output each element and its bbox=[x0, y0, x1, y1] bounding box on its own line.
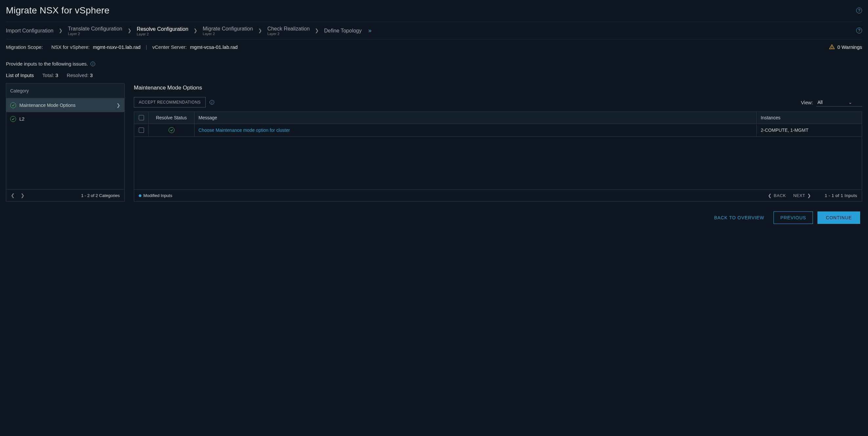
step-check[interactable]: Check Realization Layer 2 bbox=[267, 26, 310, 36]
instances-value: 2-COMPUTE, 1-MGMT bbox=[757, 124, 862, 136]
step-resolve[interactable]: Resolve Configuration Layer 2 bbox=[137, 26, 188, 36]
step-import[interactable]: Import Configuration bbox=[6, 28, 54, 34]
resolved-count: Resolved: 3 bbox=[67, 72, 93, 78]
chevron-right-icon: ❯ bbox=[126, 28, 133, 33]
grid-range: 1 - 1 of 1 Inputs bbox=[825, 193, 857, 198]
back-to-overview-button[interactable]: BACK TO OVERVIEW bbox=[710, 212, 769, 224]
help-icon[interactable]: ? bbox=[856, 7, 862, 13]
row-checkbox[interactable] bbox=[139, 128, 144, 133]
next-page-icon[interactable]: ❯ bbox=[21, 193, 25, 198]
chevron-right-icon: ❯ bbox=[313, 28, 321, 33]
scope-label: Migration Scope: bbox=[6, 44, 43, 50]
total-count: Total: 3 bbox=[42, 72, 58, 78]
table-row: Choose Maintenance mode option for clust… bbox=[134, 124, 862, 137]
warnings-text: 0 Warnings bbox=[837, 44, 862, 50]
chevron-right-icon: ❯ bbox=[117, 103, 120, 108]
steps-help-icon[interactable]: ? bbox=[856, 28, 862, 33]
chevron-down-icon: ⌄ bbox=[848, 100, 852, 105]
step-define[interactable]: Define Topology bbox=[324, 28, 362, 34]
category-panel: Category Maintenance Mode Options ❯ L2 bbox=[6, 83, 125, 202]
list-of-inputs-label: List of Inputs bbox=[6, 72, 34, 78]
more-steps-icon[interactable]: » bbox=[365, 27, 375, 34]
vc-label: vCenter Server: bbox=[152, 44, 187, 50]
svg-point-1 bbox=[832, 48, 832, 48]
info-icon[interactable]: i bbox=[91, 62, 95, 66]
detail-title: Maintenance Mode Options bbox=[134, 83, 862, 97]
continue-button[interactable]: CONTINUE bbox=[817, 211, 860, 224]
category-pager: ❮ ❯ bbox=[11, 193, 25, 198]
wizard-steps: Import Configuration ❯ Translate Configu… bbox=[6, 22, 862, 39]
check-circle-icon bbox=[10, 116, 16, 122]
chevron-right-icon: ❯ bbox=[192, 28, 199, 33]
select-all-checkbox[interactable] bbox=[139, 115, 144, 120]
chevron-right-icon: ❯ bbox=[57, 28, 65, 33]
view-select[interactable]: All ⌄ bbox=[816, 98, 862, 106]
category-label: Maintenance Mode Options bbox=[19, 103, 75, 108]
migration-scope: Migration Scope: NSX for vSphere: mgmt-n… bbox=[6, 39, 862, 55]
check-circle-icon bbox=[10, 102, 16, 108]
category-label: L2 bbox=[19, 116, 25, 122]
message-link[interactable]: Choose Maintenance mode option for clust… bbox=[198, 128, 290, 133]
category-item-l2[interactable]: L2 bbox=[6, 112, 124, 126]
page-title: Migrate NSX for vSphere bbox=[6, 5, 110, 16]
step-translate[interactable]: Translate Configuration Layer 2 bbox=[68, 26, 122, 36]
category-item-maintenance[interactable]: Maintenance Mode Options ❯ bbox=[6, 98, 124, 112]
vc-value: mgmt-vcsa-01.lab.rad bbox=[190, 44, 238, 50]
category-header: Category bbox=[6, 83, 124, 98]
col-instances[interactable]: Instances bbox=[757, 112, 862, 124]
view-label: View: bbox=[801, 100, 813, 105]
chevron-right-icon: ❯ bbox=[256, 28, 264, 33]
previous-button[interactable]: PREVIOUS bbox=[774, 211, 813, 224]
col-message[interactable]: Message bbox=[194, 112, 757, 124]
dot-icon bbox=[139, 194, 142, 197]
instruction-text: Provide inputs to the following issues. bbox=[6, 61, 88, 67]
col-resolve-status[interactable]: Resolve Status bbox=[149, 112, 194, 124]
warning-icon bbox=[829, 44, 835, 50]
accept-recommendations-button[interactable]: ACCEPT RECOMMENDATIONS bbox=[134, 97, 206, 107]
inputs-grid: Resolve Status Message Instances Choose … bbox=[134, 111, 862, 202]
nsx-value: mgmt-nsxv-01.lab.rad bbox=[93, 44, 141, 50]
warnings-indicator[interactable]: 0 Warnings bbox=[829, 44, 862, 50]
info-icon[interactable]: i bbox=[210, 100, 214, 105]
category-range: 1 - 2 of 2 Categories bbox=[81, 193, 120, 198]
grid-back-button[interactable]: ❮ BACK bbox=[768, 193, 786, 198]
grid-next-button[interactable]: NEXT ❯ bbox=[793, 193, 811, 198]
legend-modified: Modified Inputs bbox=[139, 193, 172, 198]
nsx-label: NSX for vSphere: bbox=[52, 44, 90, 50]
prev-page-icon[interactable]: ❮ bbox=[11, 193, 15, 198]
check-circle-icon bbox=[168, 127, 175, 133]
step-migrate[interactable]: Migrate Configuration Layer 2 bbox=[203, 26, 253, 36]
